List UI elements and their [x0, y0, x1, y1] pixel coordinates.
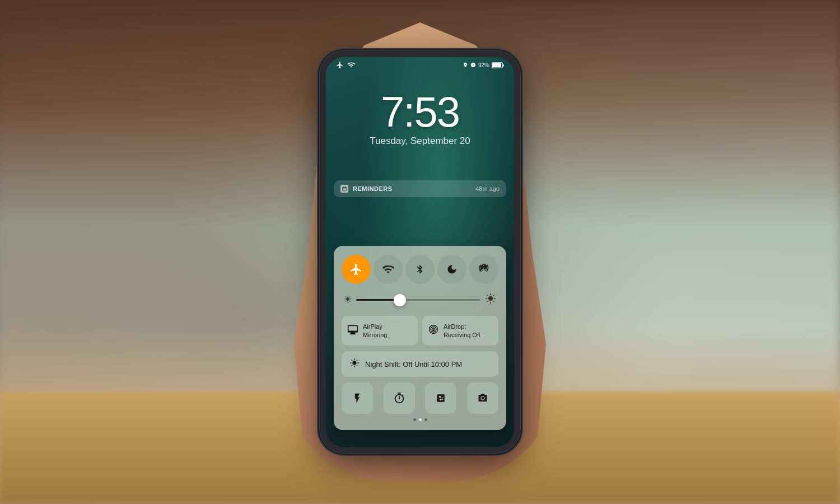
utility-buttons-row	[342, 382, 498, 414]
wifi-toggle[interactable]	[374, 255, 403, 284]
calculator-icon	[436, 392, 446, 404]
phone-screen: 92% 7:53 Tuesday, September 20	[326, 57, 514, 447]
bluetooth-toggle-icon	[415, 263, 425, 276]
alarm-icon	[470, 62, 476, 68]
phone-scene: 92% 7:53 Tuesday, September 20	[280, 22, 560, 482]
control-center: AirPlayMirroring AirDrop:Receiving Off	[334, 246, 506, 430]
airplane-mode-icon	[336, 61, 344, 69]
airplane-mode-toggle[interactable]	[342, 255, 371, 284]
status-bar: 92%	[326, 57, 514, 73]
night-shift-button[interactable]: Night Shift: Off Until 10:00 PM	[342, 351, 498, 377]
page-dot-1	[413, 418, 416, 421]
brightness-slider[interactable]	[356, 299, 480, 301]
camera-button[interactable]	[467, 382, 498, 414]
airplay-icon	[347, 324, 358, 338]
svg-point-7	[482, 397, 484, 400]
phone-body: 92% 7:53 Tuesday, September 20	[319, 50, 521, 454]
rotation-lock-toggle[interactable]	[469, 255, 498, 284]
flashlight-icon	[352, 393, 363, 404]
night-shift-label: Night Shift: Off Until 10:00 PM	[365, 360, 462, 368]
wifi-toggle-icon	[382, 263, 394, 276]
svg-rect-1	[492, 63, 501, 67]
page-dots	[342, 418, 498, 421]
actions-row: AirPlayMirroring AirDrop:Receiving Off	[342, 316, 498, 346]
moon-toggle-icon	[446, 264, 458, 275]
bluetooth-toggle[interactable]	[405, 255, 435, 284]
brightness-row	[342, 293, 498, 307]
page-dot-3	[424, 418, 427, 421]
brightness-max-icon	[485, 293, 496, 307]
page-dot-2	[419, 418, 422, 421]
brightness-min-icon	[344, 295, 352, 305]
timer-icon	[393, 392, 405, 404]
airdrop-label: AirDrop:Receiving Off	[444, 323, 480, 339]
airplay-mirroring-button[interactable]: AirPlayMirroring	[342, 316, 418, 346]
rotation-lock-icon	[478, 264, 489, 275]
clock-time: 7:53	[326, 91, 514, 133]
status-right: 92%	[463, 62, 504, 68]
night-shift-icon	[349, 358, 360, 370]
clock-date: Tuesday, September 20	[326, 136, 514, 147]
reminders-icon	[340, 185, 348, 193]
toggles-row	[342, 255, 498, 284]
timer-button[interactable]	[384, 382, 415, 414]
clock-area: 7:53 Tuesday, September 20	[326, 91, 514, 147]
airdrop-icon	[428, 324, 439, 338]
notification-bar[interactable]: REMINDERS 48m ago	[334, 180, 506, 197]
calculator-button[interactable]	[425, 382, 456, 414]
airdrop-button[interactable]: AirDrop:Receiving Off	[422, 316, 498, 346]
flashlight-button[interactable]	[342, 382, 373, 414]
status-left	[336, 61, 355, 69]
airplane-toggle-icon	[349, 263, 363, 276]
svg-rect-2	[503, 64, 504, 66]
airplay-mirroring-label: AirPlayMirroring	[363, 323, 387, 339]
battery-percent: 92%	[478, 62, 489, 68]
camera-icon	[477, 393, 489, 403]
do-not-disturb-toggle[interactable]	[437, 255, 466, 284]
battery-icon	[492, 62, 504, 68]
brightness-thumb[interactable]	[394, 294, 406, 306]
notification-time: 48m ago	[475, 185, 500, 192]
location-icon	[463, 62, 468, 68]
notification-app: REMINDERS	[353, 185, 393, 192]
notification-left: REMINDERS	[340, 185, 393, 193]
wifi-status-icon	[347, 61, 355, 69]
